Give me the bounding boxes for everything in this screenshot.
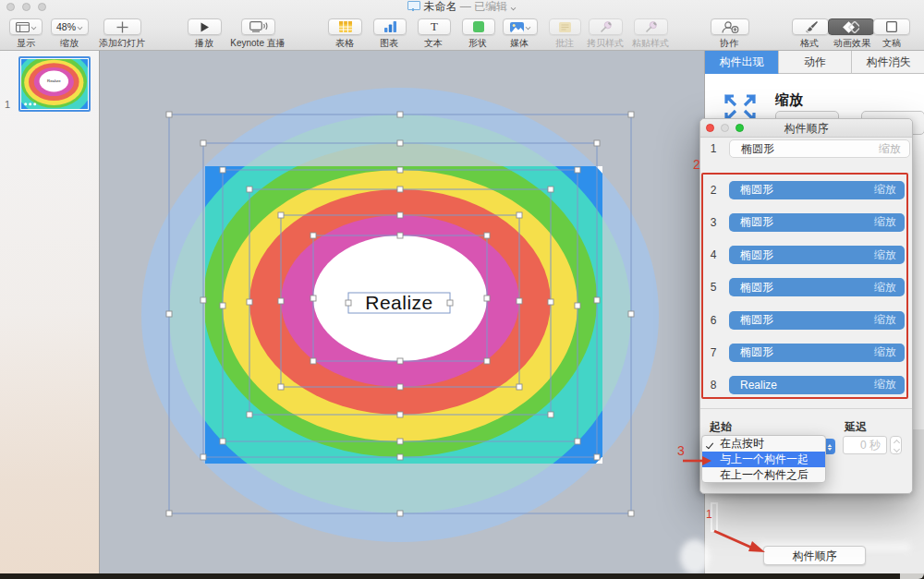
keynote-doc-icon bbox=[407, 1, 419, 11]
animate-label: 动画效果 bbox=[833, 37, 870, 50]
effect-title: 缩放 bbox=[775, 91, 803, 109]
start-menu-option[interactable]: 在上一个构件之后 bbox=[702, 467, 825, 483]
play-icon bbox=[200, 22, 210, 32]
screen-live-icon bbox=[249, 21, 268, 32]
start-label: 起始 bbox=[710, 419, 732, 435]
build-item-name: 椭圆形 bbox=[741, 141, 774, 157]
view-button[interactable] bbox=[9, 18, 43, 35]
media-icon bbox=[510, 22, 531, 32]
slide-canvas[interactable]: Realize bbox=[100, 51, 704, 573]
start-menu-option-label: 在点按时 bbox=[720, 436, 764, 452]
slide-navigator: 1 Realize bbox=[0, 51, 100, 573]
annotation-box bbox=[701, 173, 908, 399]
person-add-icon bbox=[722, 21, 739, 33]
doc-icon bbox=[886, 21, 897, 32]
slide-thumbnail-image: Realize bbox=[21, 59, 88, 109]
zoom-button[interactable]: 48% bbox=[51, 18, 89, 35]
text-button[interactable]: T bbox=[418, 18, 451, 35]
bar-chart-icon bbox=[384, 21, 396, 32]
screen-edge bbox=[0, 573, 924, 579]
chart-label: 图表 bbox=[380, 37, 398, 50]
table-icon bbox=[339, 21, 352, 32]
copy-style-button bbox=[589, 18, 623, 35]
add-slide-label: 添加幻灯片 bbox=[99, 37, 145, 50]
view-label: 显示 bbox=[17, 37, 35, 50]
start-menu-option-label: 在上一个构件之后 bbox=[720, 467, 808, 483]
document-label: 文稿 bbox=[882, 37, 901, 50]
plus-icon bbox=[116, 21, 128, 33]
format-label: 格式 bbox=[800, 37, 819, 50]
document-button[interactable] bbox=[873, 18, 910, 35]
paste-style-button bbox=[634, 18, 668, 35]
tab-action[interactable]: 动作 bbox=[779, 51, 852, 74]
build-order-item[interactable]: 椭圆形缩放 bbox=[729, 139, 910, 158]
tab-build-in[interactable]: 构件出现 bbox=[705, 51, 779, 74]
eyedropper-icon bbox=[600, 21, 612, 33]
media-button[interactable] bbox=[503, 18, 538, 35]
brush-icon bbox=[804, 21, 818, 33]
text-label: 文本 bbox=[424, 37, 443, 50]
tab-build-out[interactable]: 构件消失 bbox=[852, 51, 924, 74]
table-label: 表格 bbox=[335, 37, 354, 50]
start-dropdown-button[interactable] bbox=[826, 439, 835, 454]
zoom-label: 缩放 bbox=[60, 37, 79, 50]
comment-button bbox=[549, 18, 581, 35]
build-item-number: 1 bbox=[707, 142, 720, 155]
start-menu-option[interactable]: 与上一个构件一起 bbox=[702, 452, 825, 467]
start-dropdown-menu: 在点按时与上一个构件一起在上一个构件之后 bbox=[701, 435, 826, 483]
keynote-live-label: Keynote 直播 bbox=[230, 37, 285, 50]
diamond-icon bbox=[843, 21, 859, 33]
shape-label: 形状 bbox=[468, 37, 487, 50]
start-menu-option-label: 与上一个构件一起 bbox=[720, 452, 808, 467]
keynote-live-button[interactable] bbox=[241, 18, 275, 35]
zoom-value: 48% bbox=[56, 21, 76, 32]
comment-label: 批注 bbox=[555, 37, 574, 50]
toolbar: 未命名 — 已编辑 显示48%缩放添加幻灯片播放Keynote 直播表格图表T文… bbox=[0, 0, 924, 51]
copy-style-label: 拷贝样式 bbox=[587, 37, 624, 50]
play-button[interactable] bbox=[188, 18, 222, 35]
annotation-step-1: 1 bbox=[706, 508, 712, 521]
chart-button[interactable] bbox=[373, 18, 407, 35]
build-order-titlebar: 构件顺序 bbox=[700, 119, 912, 138]
note-icon bbox=[559, 22, 571, 32]
animate-button[interactable] bbox=[828, 18, 874, 35]
svg-text:Realize: Realize bbox=[47, 78, 61, 83]
slide-text-realize[interactable]: Realize bbox=[348, 291, 450, 315]
check-icon bbox=[707, 438, 716, 447]
zoom-value: 48% bbox=[56, 21, 83, 32]
window-pane-icon bbox=[16, 22, 37, 32]
delay-stepper[interactable] bbox=[890, 436, 902, 454]
delay-input[interactable]: 0 秒 bbox=[843, 436, 887, 454]
shape-icon bbox=[473, 21, 484, 32]
play-label: 播放 bbox=[195, 37, 213, 50]
shape-button[interactable] bbox=[462, 18, 495, 35]
delay-label: 延迟 bbox=[845, 419, 867, 435]
slide-number: 1 bbox=[5, 99, 10, 110]
collaborate-button[interactable] bbox=[711, 18, 749, 35]
window-title: 未命名 — 已编辑 bbox=[0, 1, 924, 13]
format-button[interactable] bbox=[792, 18, 829, 35]
build-order-title: 构件顺序 bbox=[700, 119, 912, 138]
annotation-step-2: 2 bbox=[693, 157, 700, 172]
start-menu-option[interactable]: 在点按时 bbox=[702, 436, 825, 452]
add-slide-button[interactable] bbox=[103, 18, 141, 35]
eyedropper-icon bbox=[645, 21, 657, 33]
watermark-blob bbox=[680, 539, 710, 574]
paste-style-label: 粘贴样式 bbox=[632, 37, 669, 50]
annotation-arrow-1 bbox=[711, 526, 769, 558]
table-button[interactable] bbox=[328, 18, 362, 35]
build-item-effect: 缩放 bbox=[879, 141, 901, 157]
annotation-arrow-3 bbox=[682, 454, 713, 467]
collaborate-label: 协作 bbox=[720, 37, 738, 50]
build-order-button[interactable]: 构件顺序 bbox=[763, 546, 866, 565]
media-label: 媒体 bbox=[510, 37, 529, 50]
slide-thumbnail[interactable]: Realize bbox=[18, 56, 91, 112]
panel-separator bbox=[700, 408, 912, 409]
chevron-down-icon bbox=[511, 5, 517, 10]
text-icon: T bbox=[431, 19, 438, 34]
